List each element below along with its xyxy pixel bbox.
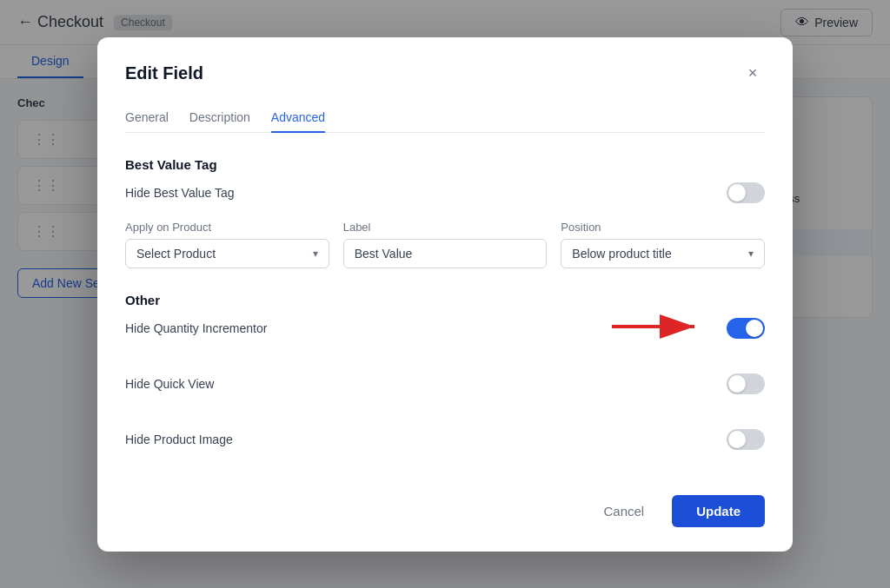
apply-on-product-group: Apply on Product Select Product ▾ (125, 221, 329, 268)
toggle-knob-image (728, 431, 746, 448)
hide-qty-incrementor-row: Hide Quantity Incrementor (125, 318, 765, 339)
toggle-knob-qty (746, 320, 763, 337)
chevron-down-icon: ▾ (313, 248, 318, 260)
position-group: Position Below product title ▾ (561, 221, 765, 268)
form-row: Apply on Product Select Product ▾ Label … (125, 221, 765, 268)
edit-field-modal: Edit Field × General Description Advance… (97, 37, 793, 552)
modal-header: Edit Field × (125, 62, 765, 86)
apply-on-product-label: Apply on Product (125, 221, 329, 234)
other-heading: Other (125, 293, 765, 307)
hide-product-image-toggle[interactable] (727, 429, 765, 450)
close-button[interactable]: × (741, 62, 765, 86)
toggle-knob-quickview (728, 375, 746, 393)
best-value-section: Best Value Tag Hide Best Value Tag (125, 157, 765, 203)
hide-best-value-label: Hide Best Value Tag (125, 186, 235, 200)
position-value: Below product title (572, 247, 671, 261)
label-input[interactable] (343, 239, 548, 268)
toggle-knob-best-value (728, 184, 746, 202)
apply-on-product-value: Select Product (136, 247, 216, 261)
tab-description[interactable]: Description (189, 103, 250, 133)
modal-footer: Cancel Update (125, 495, 765, 527)
cancel-button[interactable]: Cancel (586, 495, 661, 527)
hide-quick-view-label: Hide Quick View (125, 377, 214, 391)
update-button[interactable]: Update (672, 495, 765, 527)
label-field-label: Label (343, 221, 548, 234)
modal-overlay: Edit Field × General Description Advance… (0, 0, 890, 588)
tab-general[interactable]: General (125, 103, 169, 133)
hide-product-image-row: Hide Product Image (125, 429, 765, 450)
position-select[interactable]: Below product title ▾ (561, 239, 765, 268)
hide-quick-view-row: Hide Quick View (125, 373, 765, 394)
tab-advanced[interactable]: Advanced (271, 103, 325, 133)
apply-on-product-select[interactable]: Select Product ▾ (125, 239, 329, 268)
hide-qty-toggle[interactable] (727, 318, 765, 339)
other-section: Other Hide Quantity Incrementor (125, 293, 765, 467)
label-group: Label (343, 221, 548, 268)
hide-best-value-toggle[interactable] (727, 182, 765, 203)
hide-best-value-row: Hide Best Value Tag (125, 182, 765, 203)
hide-quick-view-toggle[interactable] (727, 373, 765, 394)
hide-qty-label: Hide Quantity Incrementor (125, 321, 267, 335)
position-chevron-icon: ▾ (748, 248, 754, 260)
other-rows: Hide Quantity Incrementor (125, 318, 765, 467)
modal-title: Edit Field (125, 63, 203, 83)
best-value-heading: Best Value Tag (125, 157, 765, 172)
position-label: Position (561, 221, 765, 234)
red-arrow-indicator (612, 311, 716, 346)
modal-tabs: General Description Advanced (125, 103, 765, 133)
hide-product-image-label: Hide Product Image (125, 433, 233, 446)
